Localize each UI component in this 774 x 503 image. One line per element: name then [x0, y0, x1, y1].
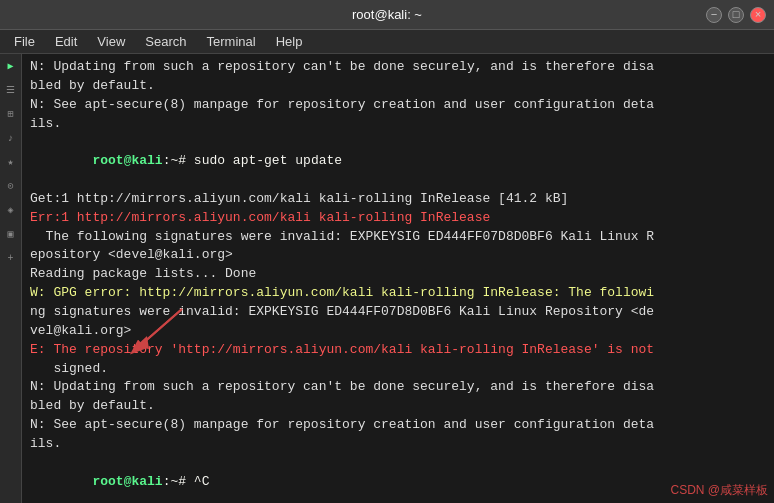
prompt-line-1: root@kali:~# sudo apt-get update [30, 133, 766, 190]
sidebar-icon-1[interactable]: ☰ [3, 82, 19, 98]
minimize-button[interactable]: − [706, 7, 722, 23]
sidebar-icon-7[interactable]: ▣ [3, 226, 19, 242]
line-3: N: See apt-secure(8) manpage for reposit… [30, 96, 766, 115]
line-6: Err:1 http://mirrors.aliyun.com/kali kal… [30, 209, 766, 228]
menu-view[interactable]: View [89, 32, 133, 51]
sidebar-icon-3[interactable]: ♪ [3, 130, 19, 146]
close-button[interactable]: × [750, 7, 766, 23]
sidebar-icon-6[interactable]: ◈ [3, 202, 19, 218]
menu-terminal[interactable]: Terminal [199, 32, 264, 51]
sidebar-icon-4[interactable]: ★ [3, 154, 19, 170]
line-16: bled by default. [30, 397, 766, 416]
menu-file[interactable]: File [6, 32, 43, 51]
line-12: vel@kali.org> [30, 322, 766, 341]
sidebar-icon-8[interactable]: + [3, 250, 19, 266]
window-title: root@kali: ~ [68, 7, 706, 22]
line-15: N: Updating from such a repository can't… [30, 378, 766, 397]
title-bar: root@kali: ~ − □ × [0, 0, 774, 30]
line-7: The following signatures were invalid: E… [30, 228, 766, 247]
line-2: bled by default. [30, 77, 766, 96]
terminal-area[interactable]: N: Updating from such a repository can't… [22, 54, 774, 503]
menu-edit[interactable]: Edit [47, 32, 85, 51]
line-8: epository <devel@kali.org> [30, 246, 766, 265]
menu-search[interactable]: Search [137, 32, 194, 51]
watermark: CSDN @咸菜样板 [670, 482, 768, 499]
menu-help[interactable]: Help [268, 32, 311, 51]
line-18: ils. [30, 435, 766, 454]
sidebar: ▶ ☰ ⊞ ♪ ★ ⊙ ◈ ▣ + [0, 54, 22, 503]
window-controls[interactable]: − □ × [706, 7, 766, 23]
line-5: Get:1 http://mirrors.aliyun.com/kali kal… [30, 190, 766, 209]
line-14: signed. [30, 360, 766, 379]
line-17: N: See apt-secure(8) manpage for reposit… [30, 416, 766, 435]
sidebar-icon-5[interactable]: ⊙ [3, 178, 19, 194]
sidebar-icon-0[interactable]: ▶ [3, 58, 19, 74]
prompt-line-2: root@kali:~# ^C [30, 454, 766, 503]
maximize-button[interactable]: □ [728, 7, 744, 23]
sidebar-icon-2[interactable]: ⊞ [3, 106, 19, 122]
line-1: N: Updating from such a repository can't… [30, 58, 766, 77]
line-4: ils. [30, 115, 766, 134]
line-10: W: GPG error: http://mirrors.aliyun.com/… [30, 284, 766, 303]
terminal-output: N: Updating from such a repository can't… [30, 58, 766, 503]
menu-bar: File Edit View Search Terminal Help [0, 30, 774, 54]
line-13: E: The repository 'http://mirrors.aliyun… [30, 341, 766, 360]
line-11: ng signatures were invalid: EXPKEYSIG ED… [30, 303, 766, 322]
line-9: Reading package lists... Done [30, 265, 766, 284]
